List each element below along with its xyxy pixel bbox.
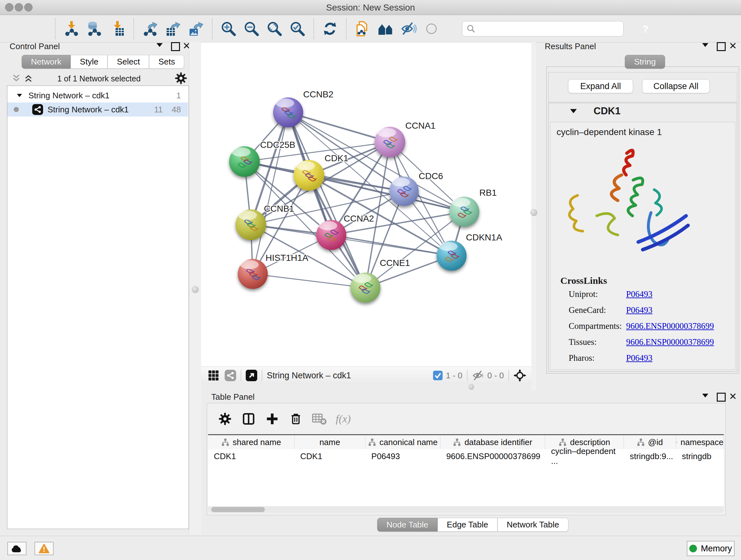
zoom-in-button[interactable]: [217, 18, 240, 39]
table-panel-float-button[interactable]: [701, 393, 709, 400]
search-icon: [466, 24, 476, 34]
network-collection-row[interactable]: String Network – cdk1 1: [7, 88, 188, 103]
table-settings-gear-icon[interactable]: [213, 409, 237, 429]
column-header-namespace[interactable]: namespace: [676, 435, 724, 449]
entry-collapse-icon[interactable]: [569, 108, 578, 116]
first-neighbors-button[interactable]: [374, 18, 397, 39]
table-row[interactable]: CDK1CDK1P064939606.ENSP00000378699cyclin…: [208, 449, 724, 463]
warnings-button[interactable]: [35, 542, 54, 555]
network-canvas[interactable]: CCNB2CCNA1CDC25BCDK1CDC6RB1CCNB1CCNA2CDK…: [201, 42, 531, 367]
memory-button[interactable]: Memory: [687, 541, 735, 556]
column-header-name[interactable]: name: [294, 435, 366, 449]
tab-sets[interactable]: Sets: [149, 55, 184, 69]
network-node-CDC6[interactable]: [389, 177, 419, 206]
title-bar: Session: New Session: [0, 0, 741, 15]
tab-network-table[interactable]: Network Table: [497, 518, 568, 532]
control-panel-float-button[interactable]: [156, 42, 163, 49]
import-network-database-button[interactable]: [83, 18, 106, 39]
right-splitter-handle[interactable]: [530, 209, 537, 216]
fit-selected-crosshair-icon[interactable]: [514, 369, 526, 382]
collapse-all-networks-button[interactable]: [11, 73, 21, 84]
zoom-fit-button[interactable]: [263, 18, 286, 39]
export-image-button[interactable]: [185, 18, 207, 39]
crosslink-link[interactable]: P06493: [626, 353, 653, 363]
tab-network[interactable]: Network: [22, 55, 71, 69]
results-panel-maximize-button[interactable]: [717, 42, 726, 51]
search-input[interactable]: [476, 23, 614, 34]
table-cell[interactable]: 9606.ENSP00000378699: [441, 449, 545, 463]
table-cell[interactable]: cyclin–dependent ...: [545, 449, 624, 463]
column-header-shared-name[interactable]: shared name: [208, 435, 294, 449]
table-cell[interactable]: stringdb:9...: [624, 449, 676, 463]
table-panel-close-button[interactable]: ✕: [729, 391, 737, 402]
tab-edge-table[interactable]: Edge Table: [437, 518, 497, 532]
control-panel-maximize-button[interactable]: [171, 42, 180, 51]
table-cell[interactable]: stringdb: [676, 449, 724, 463]
bottom-dock-splitter-handle[interactable]: [468, 384, 474, 390]
open-file-button[interactable]: [4, 18, 27, 39]
table-cell[interactable]: CDK1: [294, 449, 366, 463]
refresh-network-button[interactable]: [319, 18, 341, 39]
import-table-file-button[interactable]: [106, 18, 129, 39]
node-label-CDC6: CDC6: [419, 171, 443, 181]
tab-style[interactable]: Style: [71, 55, 108, 69]
zoom-out-button[interactable]: [240, 18, 263, 39]
left-splitter-handle[interactable]: [192, 286, 199, 293]
tab-node-table[interactable]: Node Table: [377, 518, 437, 532]
crosslink-link[interactable]: P06493: [626, 289, 653, 299]
network-node-CDKN1A[interactable]: [436, 241, 467, 271]
table-scrollbar-thumb[interactable]: [211, 507, 265, 512]
crosslink-link[interactable]: 9606.ENSP00000378699: [626, 337, 714, 347]
network-badge-icon[interactable]: [225, 370, 236, 381]
crosslink-link[interactable]: 9606.ENSP00000378699: [626, 321, 714, 331]
hide-selected-button[interactable]: [397, 18, 420, 39]
tab-string[interactable]: String: [625, 55, 665, 69]
results-panel-float-button[interactable]: [701, 42, 709, 49]
tab-select[interactable]: Select: [108, 55, 149, 69]
save-session-button[interactable]: [27, 18, 51, 39]
network-node-RB1[interactable]: [449, 197, 479, 227]
collapse-all-button[interactable]: Collapse All: [642, 79, 710, 93]
network-node-CCNB1[interactable]: [235, 209, 266, 240]
show-grid-icon[interactable]: [208, 370, 219, 381]
right-splitter[interactable]: [531, 42, 536, 390]
column-header--id[interactable]: @id: [624, 435, 676, 449]
network-node-HIST1H1A[interactable]: [238, 259, 268, 289]
network-node-CCNE1[interactable]: [350, 273, 381, 303]
network-node-CDK1[interactable]: [293, 160, 324, 191]
show-all-button[interactable]: [420, 18, 443, 39]
network-options-gear-icon[interactable]: [175, 72, 187, 85]
table-cell[interactable]: CDK1: [208, 449, 294, 463]
bottom-dock-splitter[interactable]: [201, 384, 741, 390]
zoom-selected-button[interactable]: [286, 18, 309, 39]
import-network-file-button[interactable]: [60, 18, 83, 39]
delete-column-icon[interactable]: [284, 409, 308, 429]
network-node-CCNB2[interactable]: [273, 98, 303, 127]
network-node-CCNA2[interactable]: [316, 220, 346, 250]
export-table-button[interactable]: [161, 18, 185, 39]
column-header-database-identifier[interactable]: database identifier: [441, 435, 545, 449]
network-node-CDC25B[interactable]: [229, 146, 260, 177]
add-column-icon[interactable]: [260, 409, 284, 429]
table-cell[interactable]: P06493: [366, 449, 441, 463]
column-header-canonical-name[interactable]: canonical name: [365, 435, 441, 449]
hidden-eye-icon[interactable]: [472, 370, 485, 381]
results-panel-close-button[interactable]: ✕: [729, 40, 737, 51]
network-node-CCNA1[interactable]: [375, 127, 405, 158]
selected-nodes-checkbox-icon[interactable]: [433, 371, 443, 380]
search-box[interactable]: [462, 21, 623, 37]
expand-all-networks-button[interactable]: [23, 73, 33, 84]
clone-network-button[interactable]: [351, 18, 374, 39]
collection-expand-icon[interactable]: [16, 93, 23, 98]
birds-eye-view-icon[interactable]: [246, 370, 257, 381]
table-horizontal-scrollbar[interactable]: [208, 506, 724, 513]
expand-all-button[interactable]: Expand All: [568, 79, 633, 93]
network-row[interactable]: String Network – cdk1 11 48: [7, 103, 188, 117]
export-network-button[interactable]: [138, 18, 161, 39]
table-panel-maximize-button[interactable]: [717, 393, 726, 401]
crosslink-link[interactable]: P06493: [626, 305, 653, 315]
help-button[interactable]: [636, 21, 652, 37]
show-columns-icon[interactable]: [237, 409, 260, 429]
cloud-status-button[interactable]: [7, 542, 26, 555]
left-splitter[interactable]: [189, 42, 201, 535]
